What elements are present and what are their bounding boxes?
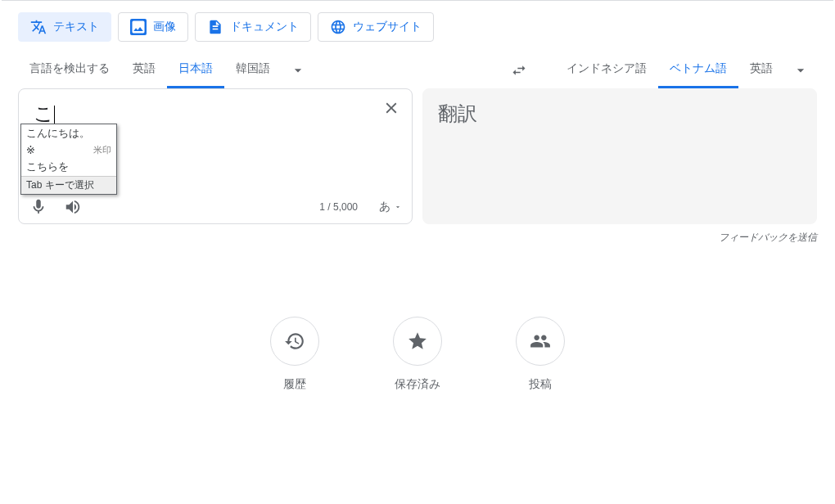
target-lang-row: インドネシア語 ベトナム語 英語 — [555, 52, 817, 88]
triangle-down-icon — [394, 203, 402, 211]
char-count: 1 / 5,000 — [319, 201, 358, 213]
history-icon — [270, 317, 319, 366]
target-lang-more[interactable] — [784, 54, 817, 87]
suggestion-text: ※ — [26, 144, 35, 156]
suggestion-footer: Tab キーで選択 — [21, 176, 116, 194]
close-icon — [382, 99, 400, 117]
tab-document[interactable]: ドキュメント — [195, 12, 311, 42]
contribute-action[interactable]: 投稿 — [516, 317, 565, 392]
feedback-link[interactable]: フィードバックを送信 — [719, 231, 817, 245]
tab-image[interactable]: 画像 — [118, 12, 188, 42]
source-panel: こ こんにちは。 ※ 米印 こちらを Tab キーで選択 — [18, 88, 413, 224]
suggestion-item-3[interactable]: こちらを — [21, 158, 116, 176]
chevron-down-icon — [290, 62, 306, 79]
language-bar: 言語を検出する 英語 日本語 韓国語 インドネシア語 ベトナム語 英語 — [2, 52, 833, 88]
globe-icon — [330, 19, 346, 35]
saved-label: 保存済み — [395, 377, 440, 392]
tab-website[interactable]: ウェブサイト — [318, 12, 434, 42]
input-footer: 1 / 5,000 あ — [29, 197, 402, 217]
saved-action[interactable]: 保存済み — [393, 317, 442, 392]
history-action[interactable]: 履歴 — [270, 317, 319, 392]
suggestion-text: こんにちは。 — [26, 126, 90, 141]
chevron-down-icon — [792, 62, 809, 79]
star-icon — [393, 317, 442, 366]
clear-input-button[interactable] — [382, 99, 400, 119]
source-lang-korean[interactable]: 韓国語 — [224, 52, 282, 88]
listen-button[interactable] — [63, 197, 83, 217]
bottom-actions: 履歴 保存済み 投稿 — [2, 317, 833, 392]
tab-text-label: テキスト — [53, 20, 99, 34]
target-panel: 翻訳 — [422, 88, 817, 224]
speaker-icon — [64, 198, 82, 216]
mic-button[interactable] — [29, 197, 48, 217]
source-lang-detect[interactable]: 言語を検出する — [18, 52, 121, 88]
source-lang-english[interactable]: 英語 — [121, 52, 167, 88]
source-lang-row: 言語を検出する 英語 日本語 韓国語 — [18, 52, 503, 88]
document-icon — [207, 19, 223, 35]
source-lang-more[interactable] — [282, 54, 314, 87]
history-label: 履歴 — [283, 377, 306, 392]
suggestion-text: こちらを — [26, 160, 69, 174]
tab-text[interactable]: テキスト — [18, 12, 111, 42]
microphone-icon — [29, 198, 47, 216]
source-lang-japanese[interactable]: 日本語 — [167, 52, 224, 88]
source-input[interactable]: こ — [34, 102, 54, 124]
contribute-label: 投稿 — [529, 377, 552, 392]
output-placeholder: 翻訳 — [438, 102, 477, 124]
suggestion-item-1[interactable]: こんにちは。 — [21, 124, 116, 142]
target-lang-english[interactable]: 英語 — [738, 52, 784, 88]
ime-char: あ — [379, 200, 390, 214]
ime-toggle[interactable]: あ — [379, 200, 402, 214]
people-icon — [516, 317, 565, 366]
ime-suggestions: こんにちは。 ※ 米印 こちらを Tab キーで選択 — [20, 124, 117, 195]
suggestion-item-2[interactable]: ※ 米印 — [21, 142, 116, 158]
suggestion-annotation: 米印 — [93, 144, 111, 156]
translate-icon — [30, 19, 47, 35]
image-icon — [130, 19, 147, 35]
target-lang-indonesian[interactable]: インドネシア語 — [555, 52, 658, 88]
swap-icon — [511, 62, 527, 79]
tab-website-label: ウェブサイト — [353, 20, 422, 34]
tab-image-label: 画像 — [153, 20, 176, 34]
ime-dropdown-icon — [394, 203, 402, 211]
target-lang-vietnamese[interactable]: ベトナム語 — [658, 52, 738, 88]
swap-languages-button[interactable] — [503, 54, 535, 87]
input-type-tabs: テキスト 画像 ドキュメント ウェブサイト — [2, 1, 833, 52]
tab-document-label: ドキュメント — [230, 20, 299, 34]
